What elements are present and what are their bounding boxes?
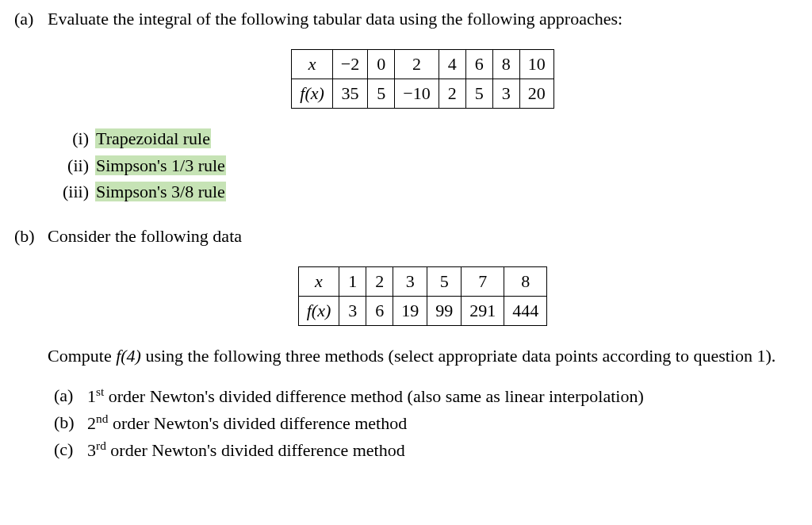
method-marker: (a) [54,383,87,409]
cell: 35 [332,79,367,108]
cell-label: f(x) [292,79,333,108]
cell: −2 [332,49,367,79]
question-b: (b) Consider the following data x 1 2 3 … [14,224,798,464]
compute-pre: Compute [48,346,116,366]
intro-b: Consider the following data [48,224,798,249]
cell: 19 [393,297,427,326]
cell: 5 [465,79,492,108]
methods-list: (a) 1st order Newton's divided differenc… [54,383,798,464]
compute-f4: f(4) [116,346,141,366]
cell: 291 [462,297,504,326]
method-text: 3rd order Newton's divided difference me… [87,437,405,463]
cell: 444 [504,297,547,326]
cell-label: x [298,267,339,297]
compute-post: using the following three methods (selec… [141,346,776,366]
content-a: Evaluate the integral of the following t… [48,6,798,224]
cell: 8 [492,49,519,79]
table-row: x 1 2 3 5 7 8 [298,267,547,297]
cell: −10 [395,79,439,108]
cell: 8 [504,267,547,297]
compute-line: Compute f(4) using the following three m… [48,343,798,369]
content-b: Consider the following data x 1 2 3 5 7 … [48,224,798,464]
table-row: f(x) 35 5 −10 2 5 3 20 [292,79,553,108]
cell: 1 [339,267,366,297]
method-marker: (b) [54,410,87,436]
cell: 5 [368,79,395,108]
cell: 5 [427,267,462,297]
marker-a: (a) [14,6,48,32]
cell: 99 [427,297,462,326]
cell: 6 [366,297,393,326]
sub-text: Simpson's 1/3 rule [95,155,226,175]
cell-label: f(x) [298,297,339,326]
method-text: 1st order Newton's divided difference me… [87,383,644,409]
sub-marker: (iii) [56,179,95,205]
method-marker: (c) [54,437,87,463]
method-text: 2nd order Newton's divided difference me… [87,410,407,436]
cell: 2 [395,49,439,79]
table-row: f(x) 3 6 19 99 291 444 [298,297,547,326]
cell: 2 [439,79,465,108]
question-a: (a) Evaluate the integral of the followi… [14,6,798,224]
sub-text: Simpson's 3/8 rule [95,182,226,201]
intro-a: Evaluate the integral of the following t… [48,6,798,32]
table-a: x −2 0 2 4 6 8 10 f(x) 35 5 −10 2 5 3 20 [291,49,553,109]
cell: 0 [368,49,395,79]
marker-b: (b) [14,224,48,249]
list-item: (iii) Simpson's 3/8 rule [56,179,798,205]
list-item: (i) Trapezoidal rule [56,126,798,151]
cell-label: x [292,49,333,79]
sub-text: Trapezoidal rule [95,128,211,148]
list-item: (c) 3rd order Newton's divided differenc… [54,437,798,463]
cell: 6 [465,49,492,79]
cell: 10 [519,49,553,79]
cell: 3 [393,267,427,297]
table-row: x −2 0 2 4 6 8 10 [292,49,553,79]
table-b: x 1 2 3 5 7 8 f(x) 3 6 19 99 291 444 [298,266,548,326]
cell: 7 [462,267,504,297]
cell: 3 [492,79,519,108]
sub-marker: (i) [56,126,95,151]
sublist-a: (i) Trapezoidal rule (ii) Simpson's 1/3 … [56,126,798,205]
list-item: (ii) Simpson's 1/3 rule [56,153,798,178]
list-item: (b) 2nd order Newton's divided differenc… [54,410,798,436]
cell: 3 [339,297,366,326]
list-item: (a) 1st order Newton's divided differenc… [54,383,798,409]
sub-marker: (ii) [56,153,95,178]
cell: 20 [519,79,553,108]
cell: 4 [439,49,465,79]
cell: 2 [366,267,393,297]
